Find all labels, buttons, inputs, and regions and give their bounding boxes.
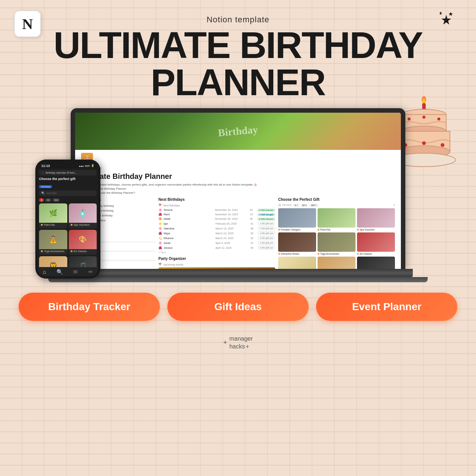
phone-label-plants: Plant Kits [39,223,67,227]
gift-item-spa: Spa Vouchers [357,208,395,231]
gift-ideas-button[interactable]: Gift Ideas [167,293,309,321]
bottom-buttons: Birthday Tracker Gift Ideas Event Planne… [19,293,457,321]
phone-price-double[interactable]: $$ [45,198,51,202]
event-planner-button[interactable]: Event Planner [316,293,457,321]
phone-search-placeholder: Add filter [46,192,57,194]
birthday-row-simona: 🌸 Simona November 16, 2024 34 ● Gift cho… [158,208,275,212]
birthdays-col: Next Birthdays 📅Next birthdays 🌸 Simona [158,197,275,269]
manager-hacks-brand: + manager hacks + [223,335,253,351]
birthday-filter: 📅Next birthdays [158,204,275,207]
main-title-line2: PLANNER [151,61,325,103]
phone-nav-search[interactable]: 🔍 [57,269,63,275]
laptop-bottom [48,277,428,282]
birthday-row-natali: 🌼 Natali November 30, 2024 38 ● Gift cho… [158,217,275,221]
birthday-row-igor: ⭐ Igor February 26, 2025 41 ● No gift ye… [158,222,275,225]
upcoming-label: 📅Upcoming events [158,263,275,266]
page-links: ▶About the Birthday Planner ▶How to use … [87,187,395,194]
phone-gift-grid: 🌿 Plant Kits 🧴 Spa Vouchers [39,203,97,268]
gift-thumb-books [278,232,316,252]
gift-thumb-zoo [318,257,356,269]
phone-nav-mail[interactable]: ✉ [73,269,78,275]
birthday-row-valentina: 🌸 Valentina March 15, 2025 38 ● No gift … [158,226,275,230]
gift-thumb-chargers [278,208,316,228]
phone-thumb-concert: 🎵 [69,256,97,268]
birthday-table: 🌸 Simona November 16, 2024 34 ● Gift cho… [158,208,275,254]
notion-page: 🎂 Add comment Ultimate Birthday Planner … [75,113,401,269]
gift-thumb-journals [278,257,316,269]
brand-name-line1: manager [229,335,253,343]
gift-title: Choose the Perfect Gift [278,197,395,202]
add-comment: Add comment [81,166,395,170]
star-decoration [420,11,454,42]
template-label: Notion template [54,15,422,25]
phone-top-bar-text: Birthday calendar (Premi... [46,171,94,174]
phone-top-bar: ← Birthday calendar (Premi... [39,170,97,176]
party-title: Party Organizer [158,257,275,261]
main-title-line1: ULTIMATE BIRTHDAY [54,24,422,66]
birthday-row-maya: 🌺 Maya March 24, 2025 30 ● No gift yet [158,231,275,235]
gift-item-yoga: Yoga Accessories [318,232,356,255]
gift-label-yoga: Yoga Accessories [318,253,356,255]
birthdays-title: Next Birthdays [158,197,275,202]
phone-content: ← Birthday calendar (Premi... Choose the… [38,168,98,268]
gift-thumb-spa [357,208,395,228]
laptop-screen-outer: 🎂 Add comment Ultimate Birthday Planner … [71,108,405,269]
gift-item-books: Interactive Books [278,232,316,255]
laptop-screen-inner: 🎂 Add comment Ultimate Birthday Planner … [75,113,401,269]
phone-nav-edit[interactable]: ✏ [89,269,93,275]
phone-thumb-spa: 🧴 [69,203,97,223]
birthday-tracker-button[interactable]: Birthday Tracker [19,293,160,321]
devices-area: 🎂 Add comment Ultimate Birthday Planner … [15,108,461,282]
birthday-new-row: + New [158,251,275,254]
gift-thumb-yoga [318,232,356,252]
phone-bottom-nav: ⌂ 🔍 ✉ ✏ [38,267,98,276]
phone-gift-plant-kits: 🌿 Plant Kits [39,203,67,228]
phone-label-art: Art Classes [69,249,97,253]
gift-label-books: Interactive Books [278,253,316,255]
phone-thumb-zoo: 🦁 [39,256,67,268]
phone-label-yoga: Yoga Accessories [39,249,67,253]
notion-logo-letter: N [22,15,33,33]
gift-item-zoo: Zoo Tickets [318,257,356,269]
phone-thumb-yoga: 🧘 [39,230,67,249]
gift-thumb-art [357,232,395,252]
phone-notch [59,162,77,165]
svg-point-1 [422,99,425,104]
gift-ideas-col: Choose the Perfect Gift 📋Gift ideas $ ? … [278,197,395,269]
phone-label-spa: Spa Vouchers [69,223,97,227]
gift-label-plants: Plant Kits [318,228,356,231]
three-columns: Quick links Add a family birthday Add a … [81,197,395,269]
gift-item-concert: Concert Tickets [357,257,395,269]
phone-price-filters: $ $$ $$$ [39,198,97,202]
party-section: Party Organizer 📅Upcoming events 🎉 [158,257,275,269]
phone-gift-badge: Gift ideas [39,185,52,188]
notion-header-image [75,113,401,150]
party-image: 🎉 [158,267,275,269]
phone-time: 11:13 [41,164,50,168]
phone-gift-art: 🎨 Art Classes [69,230,97,255]
birthday-row-rami: 🌺 Rami November 16, 2024 14 ● Gift bough… [158,213,275,216]
gift-item-art: Art Classes [357,232,395,255]
phone-status-icons: ●●● WiFi 🔋 [79,164,94,167]
phone-price-triple[interactable]: $$$ [52,198,60,202]
main-title: ULTIMATE BIRTHDAY PLANNER [54,26,422,101]
page-title: Ultimate Birthday Planner [81,172,395,181]
phone-section-title: Choose the perfect gift [39,177,75,181]
gift-thumb-plants [318,208,356,228]
gift-label-chargers: Portable Chargers [278,228,316,231]
brand-name-line2: hacks [229,343,245,351]
phone-price-dollar[interactable]: $ [39,198,44,202]
laptop: 🎂 Add comment Ultimate Birthday Planner … [71,108,405,282]
gift-item-plants: Plant Kits [318,208,356,231]
gift-grid: Portable Chargers Plant Kits [278,208,395,269]
birthday-row-jessica: 🌺 Jessica April 12, 2025 59 ● No gift ye… [158,246,275,250]
birthday-row-sarah: 🌸 Sarah April 4, 2025 23 ● No gift yet [158,241,275,245]
gift-thumb-concert [357,257,395,269]
page-description: ℹ️ Track important birthdays, choose per… [81,183,395,186]
header-area: Notion template ULTIMATE BIRTHDAY PLANNE… [54,11,422,101]
birthday-row-rihanna: 💫 Rihanna March 24, 2025 30 ● No gift ye… [158,236,275,240]
notion-page-content: 🎂 Add comment Ultimate Birthday Planner … [75,150,401,269]
phone-screen: 11:13 ●●● WiFi 🔋 ← Birthday calendar (Pr… [38,162,98,276]
phone-nav-home[interactable]: ⌂ [43,269,46,275]
phone-gift-yoga: 🧘 Yoga Accessories [39,230,67,255]
